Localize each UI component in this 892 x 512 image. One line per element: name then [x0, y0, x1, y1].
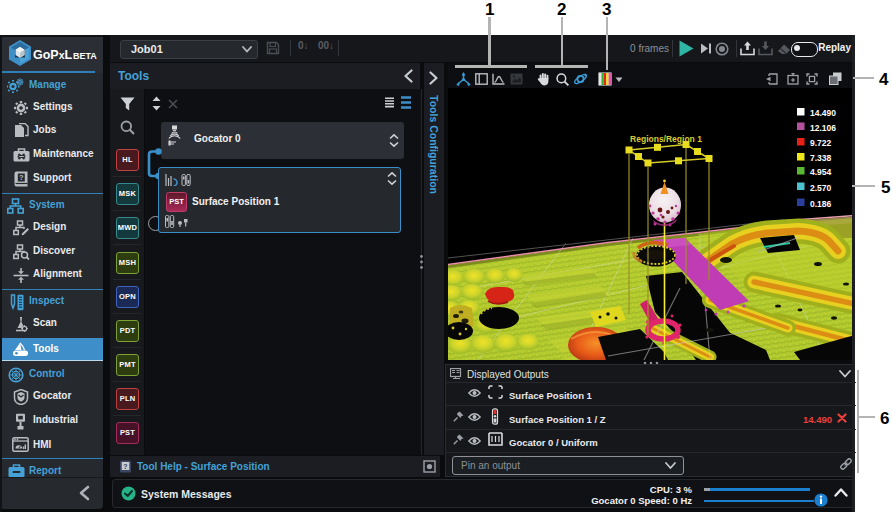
svg-text:12.106: 12.106 [810, 123, 836, 133]
svg-text:?: ? [123, 463, 127, 470]
svg-text:9.722: 9.722 [810, 138, 832, 148]
svg-text:?: ? [19, 173, 24, 182]
svg-text:2.570: 2.570 [810, 183, 832, 193]
svg-text:4.954: 4.954 [810, 167, 832, 177]
svg-text:14.490: 14.490 [810, 108, 836, 118]
svg-text:0.186: 0.186 [810, 199, 832, 209]
svg-text:7.338: 7.338 [810, 153, 832, 163]
svg-text:Regions/Region 1: Regions/Region 1 [630, 134, 702, 144]
